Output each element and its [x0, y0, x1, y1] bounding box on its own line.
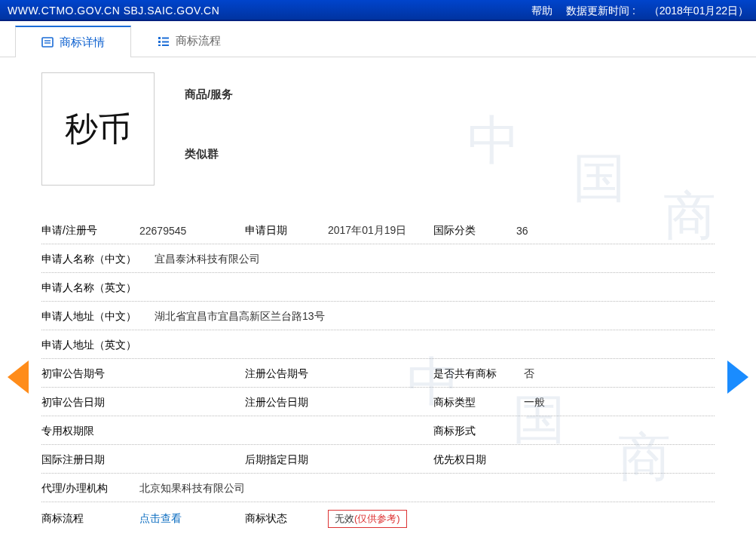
status-label: 商标状态	[245, 512, 328, 526]
prelim-no-label: 初审公告期号	[41, 367, 245, 381]
process-icon	[158, 35, 170, 48]
appdate-value: 2017年01月19日	[328, 224, 433, 238]
tabs: 商标详情 商标流程	[0, 26, 756, 57]
row-regno: 申请/注册号 22679545 申请日期 2017年01月19日 国际分类 36	[41, 216, 715, 244]
regno-label: 申请/注册号	[41, 224, 139, 238]
row-applicant-cn: 申请人名称（中文） 宜昌泰沐科技有限公司	[41, 244, 715, 273]
content-pane: 秒币 商品/服务 类似群 申请/注册号 22679545 申请日期 2017年0…	[0, 57, 756, 534]
applicant-en-label: 申请人名称（英文）	[41, 281, 155, 295]
svg-rect-0	[42, 38, 53, 47]
row-process-status: 商标流程 点击查看 商标状态 无效(仅供参考)	[41, 502, 715, 534]
status-badge: 无效(仅供参考)	[328, 510, 407, 528]
tm-type-label: 商标类型	[433, 396, 524, 410]
is-common-value: 否	[524, 367, 534, 381]
agent-value: 北京知果科技有限公司	[139, 482, 715, 495]
svg-rect-4	[158, 41, 161, 43]
addr-en-label: 申请人地址（英文）	[41, 339, 155, 352]
tab-trademark-process[interactable]: 商标流程	[131, 26, 247, 57]
row-exclusive: 专用权期限 商标形式	[41, 416, 715, 445]
trademark-text: 秒币	[65, 107, 131, 152]
tm-form-label: 商标形式	[433, 425, 524, 438]
process-label: 商标流程	[41, 512, 139, 526]
intl-reg-date-label: 国际注册日期	[41, 453, 245, 467]
help-link[interactable]: 帮助	[531, 5, 552, 17]
reg-ann-no-label: 注册公告期号	[245, 367, 433, 381]
priority-label: 优先权日期	[433, 453, 524, 467]
svg-rect-3	[158, 37, 161, 39]
header-row: 秒币 商品/服务 类似群	[41, 72, 715, 207]
regno-value: 22679545	[139, 225, 245, 237]
row-addr-cn: 申请人地址（中文） 湖北省宜昌市宜昌高新区兰台路13号	[41, 302, 715, 330]
site-url: WWW.CTMO.GOV.CN SBJ.SAIC.GOV.CN	[8, 0, 219, 20]
row-applicant-en: 申请人名称（英文）	[41, 273, 715, 302]
svg-rect-5	[158, 44, 161, 46]
goods-services-label: 商品/服务	[185, 87, 233, 102]
top-right: 帮助 数据更新时间 : （2018年01月22日）	[521, 0, 748, 20]
reg-ann-date-label: 注册公告日期	[245, 396, 433, 410]
addr-cn-label: 申请人地址（中文）	[41, 310, 155, 324]
prev-arrow-icon[interactable]	[8, 360, 29, 394]
applicant-cn-value: 宜昌泰沐科技有限公司	[155, 253, 715, 266]
tab-trademark-detail[interactable]: 商标详情	[15, 26, 131, 57]
exclusive-label: 专用权期限	[41, 425, 433, 438]
late-desig-label: 后期指定日期	[245, 453, 433, 467]
detail-icon	[41, 36, 54, 48]
header-right-labels: 商品/服务 类似群	[185, 72, 233, 207]
applicant-cn-label: 申请人名称（中文）	[41, 253, 155, 266]
addr-cn-value: 湖北省宜昌市宜昌高新区兰台路13号	[155, 310, 715, 324]
row-prelim: 初审公告期号 注册公告期号 是否共有商标 否	[41, 359, 715, 388]
prelim-date-label: 初审公告日期	[41, 396, 245, 410]
status-note: (仅供参考)	[354, 513, 400, 524]
trademark-image: 秒币	[41, 72, 155, 186]
similar-group-label: 类似群	[185, 147, 233, 161]
process-view-link[interactable]: 点击查看	[139, 512, 182, 524]
tab-process-label: 商标流程	[176, 34, 221, 48]
row-prelim-date: 初审公告日期 注册公告日期 商标类型 一般	[41, 388, 715, 416]
status-cell: 无效(仅供参考)	[328, 510, 407, 528]
status-text: 无效	[335, 513, 354, 524]
intlclass-value: 36	[516, 225, 599, 237]
intlclass-label: 国际分类	[433, 224, 516, 238]
agent-label: 代理/办理机构	[41, 482, 139, 495]
row-agent: 代理/办理机构 北京知果科技有限公司	[41, 474, 715, 502]
is-common-label: 是否共有商标	[433, 367, 524, 381]
row-intl-reg: 国际注册日期 后期指定日期 优先权日期	[41, 445, 715, 474]
top-bar: WWW.CTMO.GOV.CN SBJ.SAIC.GOV.CN 帮助 数据更新时…	[0, 0, 756, 21]
update-time-value: （2018年01月22日）	[649, 5, 748, 17]
row-addr-en: 申请人地址（英文）	[41, 330, 715, 359]
next-arrow-icon[interactable]	[727, 360, 748, 394]
tab-detail-label: 商标详情	[60, 35, 105, 50]
appdate-label: 申请日期	[245, 224, 328, 238]
tm-type-value: 一般	[524, 396, 545, 410]
detail-table: 申请/注册号 22679545 申请日期 2017年01月19日 国际分类 36…	[41, 216, 715, 534]
update-time-label: 数据更新时间 :	[566, 5, 635, 17]
